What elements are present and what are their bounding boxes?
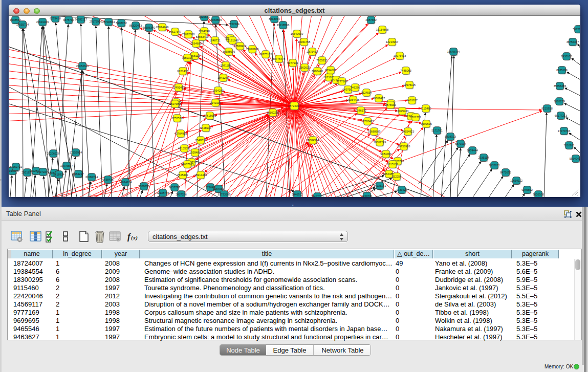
svg-text:35556386: 35556386: [554, 84, 566, 87]
svg-text:7386372: 7386372: [355, 109, 366, 112]
svg-text:7632621: 7632621: [489, 164, 499, 167]
svg-text:2087682: 2087682: [365, 18, 376, 21]
svg-text:16640910: 16640910: [291, 32, 303, 35]
svg-text:9245652: 9245652: [521, 188, 532, 191]
svg-text:9626108: 9626108: [533, 193, 543, 196]
svg-text:10688609: 10688609: [368, 130, 380, 133]
svg-text:31682744: 31682744: [85, 176, 98, 179]
svg-text:3624554: 3624554: [361, 91, 372, 94]
svg-text:1059486: 1059486: [189, 151, 200, 154]
svg-text:2626229: 2626229: [554, 100, 564, 103]
svg-text:5446912: 5446912: [292, 193, 302, 196]
svg-text:28814949: 28814949: [156, 26, 168, 29]
svg-text:20206526: 20206526: [47, 152, 59, 155]
svg-text:83793389: 83793389: [218, 193, 230, 196]
svg-text:83863413: 83863413: [196, 35, 208, 38]
svg-text:31687165: 31687165: [181, 163, 193, 166]
svg-text:6261415: 6261415: [177, 70, 188, 73]
svg-text:16914479: 16914479: [194, 173, 207, 177]
svg-text:10025433: 10025433: [396, 110, 408, 113]
svg-text:5938923: 5938923: [445, 135, 455, 138]
svg-text:6438436: 6438436: [102, 178, 113, 181]
svg-text:1954280: 1954280: [212, 89, 223, 92]
svg-text:2548511: 2548511: [195, 139, 206, 142]
svg-text:38754377: 38754377: [567, 40, 579, 43]
svg-text:30776478: 30776478: [273, 57, 285, 60]
svg-text:84252722: 84252722: [10, 165, 22, 168]
svg-text:47816686: 47816686: [204, 114, 216, 117]
svg-text:10973493: 10973493: [394, 54, 406, 57]
svg-text:19218506: 19218506: [277, 24, 289, 27]
svg-text:10961758: 10961758: [298, 40, 310, 43]
svg-text:10807487: 10807487: [373, 97, 385, 100]
svg-text:77491435: 77491435: [172, 86, 185, 89]
svg-text:2935114: 2935114: [478, 156, 489, 159]
svg-text:1848731: 1848731: [209, 39, 220, 42]
svg-text:6279418: 6279418: [50, 17, 60, 20]
svg-text:12213967: 12213967: [386, 40, 398, 43]
svg-text:15720407: 15720407: [361, 120, 374, 123]
svg-text:9115460: 9115460: [420, 107, 431, 110]
svg-text:2140194: 2140194: [210, 101, 221, 104]
svg-text:1981186: 1981186: [220, 64, 231, 67]
svg-text:7625402: 7625402: [177, 173, 188, 177]
svg-text:38427073: 38427073: [311, 195, 323, 197]
svg-text:252254: 252254: [392, 175, 401, 178]
svg-text:19384554: 19384554: [307, 139, 319, 142]
svg-text:6229731: 6229731: [361, 194, 372, 197]
svg-text:5672073: 5672073: [573, 28, 580, 31]
svg-text:6794028: 6794028: [325, 69, 336, 72]
svg-text:9084067: 9084067: [380, 152, 391, 156]
svg-text:8471676: 8471676: [500, 171, 511, 174]
svg-text:1701771: 1701771: [410, 116, 421, 119]
svg-text:96282117: 96282117: [75, 18, 87, 21]
svg-text:1362615: 1362615: [299, 66, 310, 69]
svg-text:3607983: 3607983: [169, 102, 180, 105]
svg-text:17270733: 17270733: [558, 129, 570, 133]
svg-text:75181648: 75181648: [226, 39, 238, 42]
svg-text:38688676: 38688676: [223, 50, 235, 53]
svg-text:16648784: 16648784: [447, 50, 460, 53]
svg-text:12614124: 12614124: [119, 181, 132, 184]
svg-text:55540424: 55540424: [570, 157, 580, 160]
svg-text:1733426: 1733426: [396, 188, 407, 191]
svg-text:5408072: 5408072: [116, 21, 126, 25]
svg-text:34627347: 34627347: [169, 30, 181, 33]
svg-text:3154051: 3154051: [213, 187, 224, 190]
svg-text:8813054: 8813054: [269, 17, 279, 20]
svg-text:746266: 746266: [351, 86, 360, 89]
svg-text:20364436: 20364436: [347, 98, 359, 101]
svg-text:5977931: 5977931: [287, 61, 298, 64]
svg-text:20691406: 20691406: [36, 20, 49, 24]
svg-text:19654923: 19654923: [402, 130, 414, 133]
svg-text:7485063: 7485063: [400, 69, 411, 72]
svg-text:19975887: 19975887: [60, 164, 73, 167]
svg-text:6752576: 6752576: [171, 117, 182, 120]
svg-text:5418934: 5418934: [53, 173, 64, 176]
svg-text:65177213: 65177213: [555, 114, 567, 117]
svg-text:2264748: 2264748: [199, 30, 209, 33]
svg-text:19756928: 19756928: [398, 145, 410, 148]
svg-text:9699695: 9699695: [421, 122, 431, 125]
svg-text:9474444: 9474444: [467, 149, 477, 152]
svg-text:9375710: 9375710: [63, 18, 74, 21]
svg-text:9657791: 9657791: [169, 186, 180, 189]
svg-text:42138745: 42138745: [157, 191, 169, 194]
svg-text:18300295: 18300295: [267, 111, 279, 114]
svg-text:72092888: 72092888: [182, 33, 194, 36]
svg-text:47135391: 47135391: [178, 147, 190, 150]
svg-text:5171761: 5171761: [431, 129, 442, 132]
svg-text:3564217: 3564217: [73, 172, 83, 176]
svg-text:7857224: 7857224: [228, 23, 239, 26]
svg-text:58586340: 58586340: [143, 26, 155, 29]
svg-text:16154808: 16154808: [376, 28, 388, 31]
svg-text:8930103: 8930103: [561, 55, 572, 58]
svg-text:24972279: 24972279: [37, 170, 49, 173]
svg-text:71070189: 71070189: [246, 48, 258, 51]
svg-text:18807249: 18807249: [374, 141, 386, 144]
svg-text:12975115: 12975115: [403, 83, 416, 86]
svg-text:8215958: 8215958: [541, 107, 552, 110]
svg-text:14055714: 14055714: [16, 23, 29, 26]
svg-text:66775103: 66775103: [259, 53, 272, 56]
svg-text:88320463: 88320463: [129, 24, 142, 27]
